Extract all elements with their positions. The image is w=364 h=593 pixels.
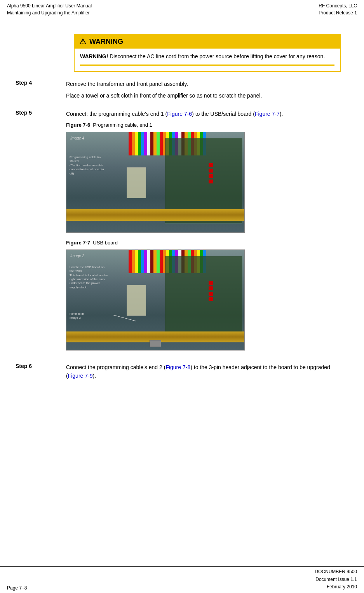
figure-7-6-inner: Image 4 Programming cable in-stalled(Cau…: [66, 132, 244, 232]
step-5-para: Connect: the programming cable's end 1 (…: [66, 110, 348, 118]
step-4-para-2: Place a towel or a soft cloth in front o…: [66, 91, 348, 100]
step-4-label: Step 4: [16, 80, 66, 103]
step-4-row: Step 4 Remove the transformer and front …: [16, 80, 348, 103]
img7-title: Image 2: [70, 253, 84, 259]
footer-right: DOCNUMBER 9500 Document Issue 1.1 Februa…: [315, 568, 357, 591]
header-title: Alpha 9500 Linear Amplifier User Manual: [7, 2, 92, 9]
img7-rect: [150, 340, 161, 347]
header-company: RF Concepts, LLC: [319, 2, 357, 9]
warning-icon: ⚠: [79, 37, 86, 46]
fig79-link[interactable]: Figure 7-9: [68, 373, 93, 379]
img6-overlay: Programming cable in-stalled(Caution: ma…: [70, 155, 116, 176]
header-right: RF Concepts, LLC Product Release 1: [319, 2, 357, 16]
header-subtitle: Maintaining and Upgrading the Amplifier: [7, 9, 92, 16]
figure-7-6-label: Figure 7-6: [66, 122, 90, 128]
step-6-row: Step 6 Connect the programming cable's e…: [16, 363, 348, 384]
fig78-link[interactable]: Figure 7-8: [165, 364, 190, 370]
warning-text: WARNING! Disconnect the AC line cord fro…: [80, 52, 334, 61]
img7-red-conn: [209, 281, 213, 301]
figure-7-7-caption: Figure 7-7 USB board: [66, 239, 348, 247]
step-5-label: Step 5: [16, 110, 66, 357]
step-5-row: Step 5 Connect: the programming cable's …: [16, 110, 348, 357]
figure-7-7-title: USB board: [93, 240, 118, 246]
warning-header: ⚠ WARNING: [75, 35, 340, 49]
header-product: Product Release 1: [319, 9, 357, 16]
img6-title: Image 4: [70, 135, 84, 141]
main-content: ⚠ WARNING WARNING! Disconnect the AC lin…: [0, 18, 364, 421]
step-5-content: Connect: the programming cable's end 1 (…: [66, 110, 348, 357]
page-footer: Page 7–8 DOCNUMBER 9500 Document Issue 1…: [0, 566, 364, 593]
img7-pcb: [165, 256, 242, 341]
step-4-para-1: Remove the transformer and front panel a…: [66, 80, 348, 88]
figure-7-7-inner: Image 2 Locate the USB board onthe 9500.…: [66, 250, 244, 350]
warning-title: WARNING: [89, 38, 123, 46]
step-6-label: Step 6: [16, 363, 66, 384]
step-4-content: Remove the transformer and front panel a…: [66, 80, 348, 103]
figure-7-7-label: Figure 7-7: [66, 240, 90, 246]
img7-connector: [127, 285, 146, 316]
footer-docnumber: DOCNUMBER 9500: [315, 568, 357, 576]
warning-body: WARNING! Disconnect the AC line cord fro…: [75, 49, 340, 71]
figure-7-6-caption: Figure 7-6 Programming cable, end 1: [66, 121, 348, 129]
footer-date: February 2010: [315, 583, 357, 591]
img7-overlay-top: Locate the USB board onthe 9500.This boa…: [70, 265, 120, 290]
img6-red-conn: [209, 163, 213, 183]
step-6-para: Connect the programming cable's end 2 (F…: [66, 363, 348, 380]
fig76-link[interactable]: Figure 7-6: [167, 111, 192, 117]
img7-overlay-bottom: Refer to inImage 3: [70, 312, 84, 320]
figure-7-7-image: Image 2 Locate the USB board onthe 9500.…: [66, 249, 245, 351]
warning-box: ⚠ WARNING WARNING! Disconnect the AC lin…: [74, 34, 341, 72]
header-left: Alpha 9500 Linear Amplifier User Manual …: [7, 2, 92, 16]
step-6-content: Connect the programming cable's end 2 (F…: [66, 363, 348, 384]
warning-detail: Disconnect the AC line cord from the pow…: [108, 53, 325, 59]
warning-divider: [80, 65, 334, 66]
img6-connector: [127, 167, 146, 198]
warning-bold: WARNING!: [80, 53, 108, 59]
figure-7-6-title: Programming cable, end 1: [93, 122, 152, 128]
figure-7-6-image: Image 4 Programming cable in-stalled(Cau…: [66, 132, 245, 233]
page-header: Alpha 9500 Linear Amplifier User Manual …: [0, 0, 364, 18]
footer-page: Page 7–8: [7, 585, 27, 591]
footer-issue: Document Issue 1.1: [315, 576, 357, 583]
fig77-link[interactable]: Figure 7-7: [255, 111, 280, 117]
img6-rail: [66, 209, 244, 221]
